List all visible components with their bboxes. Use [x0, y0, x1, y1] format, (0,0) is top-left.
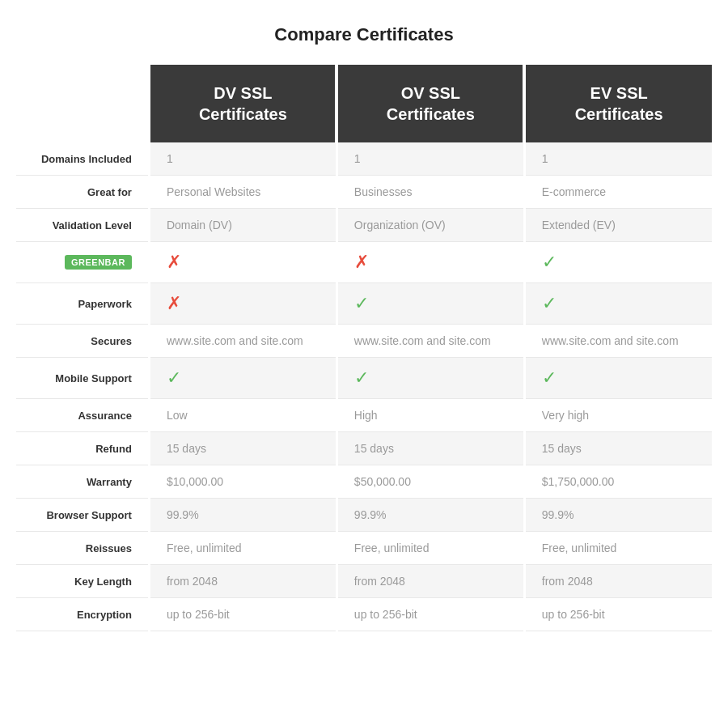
table-row: Encryptionup to 256-bitup to 256-bitup t… [16, 598, 712, 631]
cell-dv-3: ✗ [149, 242, 336, 283]
comparison-table: DV SSLCertificatesOV SSLCertificatesEV S… [16, 65, 712, 631]
row-label-7: Assurance [16, 399, 149, 432]
cell-ev-4: ✓ [524, 283, 712, 325]
cell-ov-5: www.site.com and site.com [336, 325, 524, 358]
cell-dv-0: 1 [149, 142, 336, 176]
row-label-8: Refund [16, 432, 149, 465]
cell-dv-4: ✗ [149, 283, 336, 325]
table-row: Secureswww.site.com and site.comwww.site… [16, 325, 712, 358]
cell-ov-1: Businesses [336, 176, 524, 209]
check-icon: ✓ [354, 367, 369, 388]
cell-ov-9: $50,000.00 [336, 465, 524, 499]
cell-ov-7: High [336, 399, 524, 432]
cell-dv-12: from 2048 [149, 565, 336, 598]
cell-dv-7: Low [149, 399, 336, 432]
cell-ov-6: ✓ [336, 358, 524, 399]
row-label-2: Validation Level [16, 209, 149, 242]
cell-ov-11: Free, unlimited [336, 532, 524, 565]
cell-ev-11: Free, unlimited [524, 532, 712, 565]
page-title: Compare Certificates [16, 24, 712, 45]
table-row: Refund15 days15 days15 days [16, 432, 712, 465]
cell-ev-3: ✓ [524, 242, 712, 283]
cell-dv-9: $10,000.00 [149, 465, 336, 499]
column-header-ov: OV SSLCertificates [336, 65, 524, 142]
cell-ev-8: 15 days [524, 432, 712, 465]
cell-ov-4: ✓ [336, 283, 524, 325]
cell-ov-3: ✗ [336, 242, 524, 283]
row-label-6: Mobile Support [16, 358, 149, 399]
cell-ev-10: 99.9% [524, 499, 712, 532]
table-row: Great forPersonal WebsitesBusinessesE-co… [16, 176, 712, 209]
cell-ov-2: Organization (OV) [336, 209, 524, 242]
row-label-9: Warranty [16, 465, 149, 499]
row-label-12: Key Length [16, 565, 149, 598]
table-row: AssuranceLowHighVery high [16, 399, 712, 432]
cell-ev-6: ✓ [524, 358, 712, 399]
table-row: Key Lengthfrom 2048from 2048from 2048 [16, 565, 712, 598]
cell-ev-9: $1,750,000.00 [524, 465, 712, 499]
cell-dv-11: Free, unlimited [149, 532, 336, 565]
cell-ev-12: from 2048 [524, 565, 712, 598]
cell-ev-0: 1 [524, 142, 712, 176]
cell-ov-0: 1 [336, 142, 524, 176]
cell-ev-7: Very high [524, 399, 712, 432]
row-label-4: Paperwork [16, 283, 149, 325]
table-row: ReissuesFree, unlimitedFree, unlimitedFr… [16, 532, 712, 565]
cell-dv-2: Domain (DV) [149, 209, 336, 242]
check-icon: ✓ [542, 252, 557, 272]
cell-dv-10: 99.9% [149, 499, 336, 532]
row-label-3: GREENBAR [16, 242, 149, 283]
cell-ev-2: Extended (EV) [524, 209, 712, 242]
row-label-10: Browser Support [16, 499, 149, 532]
cell-dv-13: up to 256-bit [149, 598, 336, 631]
cell-ev-5: www.site.com and site.com [524, 325, 712, 358]
check-icon: ✓ [542, 293, 557, 313]
row-label-11: Reissues [16, 532, 149, 565]
cell-ov-8: 15 days [336, 432, 524, 465]
cell-ov-10: 99.9% [336, 499, 524, 532]
table-row: Paperwork✗✓✓ [16, 283, 712, 325]
cross-icon: ✗ [167, 293, 181, 313]
table-row: Domains Included111 [16, 142, 712, 176]
cell-ev-13: up to 256-bit [524, 598, 712, 631]
check-icon: ✓ [354, 293, 369, 313]
column-header-dv: DV SSLCertificates [149, 65, 336, 142]
check-icon: ✓ [167, 367, 181, 388]
row-label-1: Great for [16, 176, 149, 209]
table-row: GREENBAR✗✗✓ [16, 242, 712, 283]
table-row: Browser Support99.9%99.9%99.9% [16, 499, 712, 532]
cell-dv-1: Personal Websites [149, 176, 336, 209]
cross-icon: ✗ [167, 252, 181, 272]
cell-ov-12: from 2048 [336, 565, 524, 598]
table-row: Mobile Support✓✓✓ [16, 358, 712, 399]
cell-ov-13: up to 256-bit [336, 598, 524, 631]
table-row: Warranty$10,000.00$50,000.00$1,750,000.0… [16, 465, 712, 499]
row-label-5: Secures [16, 325, 149, 358]
column-header-ev: EV SSLCertificates [524, 65, 712, 142]
greenbar-badge: GREENBAR [65, 255, 132, 270]
cell-dv-8: 15 days [149, 432, 336, 465]
cell-dv-6: ✓ [149, 358, 336, 399]
table-row: Validation LevelDomain (DV)Organization … [16, 209, 712, 242]
check-icon: ✓ [542, 367, 557, 388]
row-label-13: Encryption [16, 598, 149, 631]
row-label-0: Domains Included [16, 142, 149, 176]
cross-icon: ✗ [354, 252, 369, 272]
cell-ev-1: E-commerce [524, 176, 712, 209]
cell-dv-5: www.site.com and site.com [149, 325, 336, 358]
